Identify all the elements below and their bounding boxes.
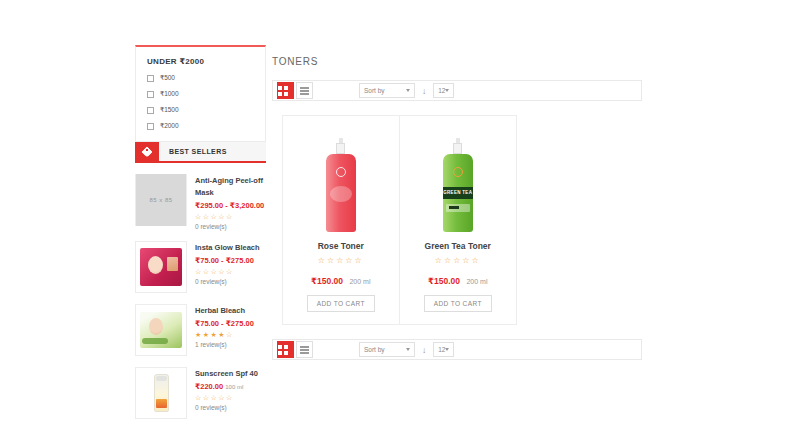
best-sellers-header: BEST SELLERS (135, 142, 266, 163)
price-filter-label: ₹1000 (160, 90, 179, 98)
sort-by-value: Sort by (364, 87, 385, 94)
product-image (154, 374, 169, 412)
sort-direction-button[interactable]: ↓ (422, 345, 426, 355)
product-price: ₹75.00 - ₹275.00 (195, 256, 260, 265)
product-price: ₹150.00 (311, 276, 343, 286)
grid-view-button[interactable] (277, 82, 294, 99)
grid-icon (278, 86, 282, 90)
rating-stars: ☆☆☆☆☆ (283, 256, 399, 265)
list-view-button[interactable] (296, 341, 313, 358)
best-seller-info: Sunscreen Spf 40 ₹220.00 100 ml ☆☆☆☆☆ 0 … (195, 367, 258, 419)
price-filter-label: ₹500 (160, 74, 175, 82)
product-price: ₹150.00 (428, 276, 460, 286)
product-price: ₹75.00 - ₹275.00 (195, 319, 254, 328)
checkbox-icon[interactable] (147, 75, 154, 82)
sort-by-select[interactable]: Sort by (359, 342, 415, 357)
rose-toner-bottle (324, 138, 358, 232)
product-image (140, 312, 182, 348)
product-size: 200 ml (349, 278, 370, 285)
bottle-logo (453, 167, 463, 177)
per-page-select[interactable]: 12 (433, 342, 454, 357)
green-tea-toner-bottle: GREEN TEA (441, 138, 475, 232)
bottle-logo (336, 167, 346, 177)
bottle-body: GREEN TEA (443, 154, 473, 232)
checkbox-icon[interactable] (147, 107, 154, 114)
bottle-cap (453, 143, 462, 154)
product-image[interactable]: GREEN TEA (400, 126, 517, 232)
product-name-link[interactable]: Insta Glow Bleach (195, 242, 260, 254)
best-seller-item[interactable]: Insta Glow Bleach ₹75.00 - ₹275.00 ☆☆☆☆☆… (135, 241, 266, 293)
product-size: 200 ml (466, 278, 487, 285)
price-filter-title: UNDER ₹2000 (147, 57, 254, 66)
list-view-button[interactable] (296, 82, 313, 99)
price-filter-option-1000[interactable]: ₹1000 (147, 90, 254, 98)
rating-stars: ☆☆☆☆☆ (400, 256, 517, 265)
price-filter-option-2000[interactable]: ₹2000 (147, 122, 254, 130)
bottle-sublabel (446, 204, 470, 212)
price-filter-option-500[interactable]: ₹500 (147, 74, 254, 82)
product-name-link[interactable]: Herbal Bleach (195, 305, 254, 317)
price-filter-label: ₹2000 (160, 122, 179, 130)
price-filter-option-1500[interactable]: ₹1500 (147, 106, 254, 114)
chevron-down-icon (445, 348, 449, 351)
list-icon (300, 346, 309, 348)
product-card[interactable]: GREEN TEA Green Tea Toner ☆☆☆☆☆ ₹150.00 … (400, 116, 517, 324)
product-thumbnail[interactable]: 85 x 85 (135, 174, 187, 226)
list-icon (300, 87, 309, 89)
product-name-link[interactable]: Green Tea Toner (400, 241, 517, 251)
per-page-value: 12 (438, 346, 445, 353)
review-count: 0 review(s) (195, 223, 266, 230)
sort-by-select[interactable]: Sort by (359, 83, 415, 98)
product-list-toolbar-bottom: Sort by ↓ 12 (272, 339, 642, 360)
rating-stars: ☆☆☆☆☆ (195, 213, 266, 221)
rating-stars: ☆☆☆☆☆ (195, 268, 260, 276)
bottle-label: GREEN TEA (443, 187, 473, 199)
product-price: ₹220.00 100 ml (195, 382, 258, 391)
best-sellers-title: BEST SELLERS (159, 142, 266, 161)
price-filter-label: ₹1500 (160, 106, 179, 114)
checkbox-icon[interactable] (147, 91, 154, 98)
bottle-cap (336, 143, 345, 154)
product-name-link[interactable]: Sunscreen Spf 40 (195, 368, 258, 380)
product-size: 100 ml (225, 384, 243, 390)
product-image (140, 248, 182, 286)
product-thumbnail[interactable] (135, 367, 187, 419)
chevron-down-icon (406, 348, 410, 351)
best-seller-info: Insta Glow Bleach ₹75.00 - ₹275.00 ☆☆☆☆☆… (195, 241, 260, 293)
page-title: TONERS (272, 56, 642, 67)
best-seller-item[interactable]: 85 x 85 Anti-Aging Peel-off Mask ₹295.00… (135, 174, 266, 230)
price-row: ₹150.00 200 ml (283, 270, 399, 288)
product-thumbnail[interactable] (135, 304, 187, 356)
product-name-link[interactable]: Anti-Aging Peel-off Mask (195, 175, 266, 199)
per-page-select[interactable]: 12 (433, 83, 454, 98)
checkbox-icon[interactable] (147, 123, 154, 130)
product-card[interactable]: Rose Toner ☆☆☆☆☆ ₹150.00 200 ml ADD TO C… (283, 116, 400, 324)
grid-view-button[interactable] (277, 341, 294, 358)
sort-direction-button[interactable]: ↓ (422, 86, 426, 96)
tag-icon (141, 146, 152, 157)
price-row: ₹150.00 200 ml (400, 270, 517, 288)
product-price: ₹295.00 - ₹3,200.00 (195, 201, 266, 210)
product-grid: Rose Toner ☆☆☆☆☆ ₹150.00 200 ml ADD TO C… (282, 115, 517, 325)
review-count: 1 review(s) (195, 341, 254, 348)
product-name-link[interactable]: Rose Toner (283, 241, 399, 251)
product-image[interactable] (283, 126, 399, 232)
rating-stars: ☆☆☆☆☆ (195, 394, 258, 402)
grid-icon (278, 345, 282, 349)
add-to-cart-button[interactable]: ADD TO CART (424, 295, 492, 312)
add-to-cart-button[interactable]: ADD TO CART (307, 295, 375, 312)
price-filter-block: UNDER ₹2000 ₹500 ₹1000 ₹1500 ₹2000 (135, 45, 266, 142)
price-value: ₹220.00 (195, 382, 223, 391)
sidebar: UNDER ₹2000 ₹500 ₹1000 ₹1500 ₹2000 B (135, 45, 266, 419)
product-thumbnail[interactable] (135, 241, 187, 293)
best-seller-item[interactable]: Sunscreen Spf 40 ₹220.00 100 ml ☆☆☆☆☆ 0 … (135, 367, 266, 419)
sort-by-value: Sort by (364, 346, 385, 353)
bottle-body (326, 154, 356, 232)
rating-stars: ★★★★☆ (195, 331, 254, 339)
best-seller-item[interactable]: Herbal Bleach ₹75.00 - ₹275.00 ★★★★☆ 1 r… (135, 304, 266, 356)
best-sellers-icon-box (135, 142, 159, 161)
chevron-down-icon (406, 89, 410, 92)
chevron-down-icon (445, 89, 449, 92)
product-list-toolbar-top: Sort by ↓ 12 (272, 80, 642, 101)
main-content: TONERS Sort by ↓ 12 (272, 50, 642, 360)
